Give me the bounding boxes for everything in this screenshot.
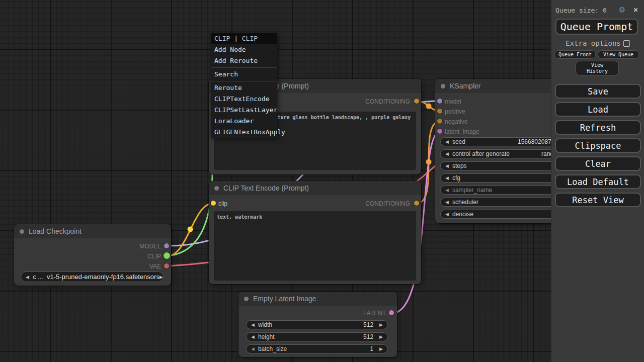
output-slot-model[interactable]: [164, 243, 169, 248]
decrement-arrow-icon[interactable]: ◀: [445, 151, 449, 156]
decrement-arrow-icon[interactable]: ◀: [445, 212, 449, 217]
decrement-arrow-icon[interactable]: ◀: [445, 139, 449, 144]
link-midpoint-dot[interactable]: [188, 227, 193, 232]
view-history-line1: View: [591, 62, 603, 68]
menu-item-search[interactable]: Search: [211, 69, 277, 80]
prompt-text-area[interactable]: text, watermark: [214, 211, 416, 281]
sidebar-button-stack: Save Load Refresh Clipspace Clear Load D…: [555, 84, 641, 211]
node-load-checkpoint[interactable]: Load Checkpoint MODEL CLIP VAE ◀ c ... v…: [14, 224, 171, 286]
settings-gear-icon[interactable]: ⚙: [619, 4, 625, 15]
collapse-dot-icon[interactable]: [20, 229, 24, 234]
decrement-arrow-icon[interactable]: ◀: [445, 163, 449, 168]
widget-height[interactable]: ◀ height 512 ▶: [246, 332, 388, 341]
view-queue-button[interactable]: View Queue: [598, 50, 639, 59]
node-title-bar[interactable]: Empty Latent Image: [238, 292, 397, 306]
menu-item-cliptextencode[interactable]: CLIPTextEncode: [211, 94, 277, 105]
output-label-vae: VAE: [149, 263, 161, 270]
decrement-arrow-icon[interactable]: ◀: [445, 200, 449, 205]
menu-item-add-reroute[interactable]: Add Reroute: [211, 55, 277, 66]
clear-button[interactable]: Clear: [555, 156, 641, 171]
extra-options-label: Extra options: [566, 39, 621, 47]
output-label-conditioning: CONDITIONING: [365, 98, 410, 105]
widget-label: seed: [452, 138, 465, 145]
output-slot-conditioning[interactable]: [414, 99, 419, 104]
widget-label: batch_size: [258, 345, 287, 352]
reset-view-button[interactable]: Reset View: [555, 193, 641, 207]
output-slot-vae[interactable]: [164, 263, 169, 268]
input-label-clip: clip: [218, 200, 227, 207]
collapse-dot-icon[interactable]: [244, 297, 249, 301]
menu-separator: [211, 81, 277, 81]
widget-label: cfg: [452, 174, 460, 182]
menu-item-gligentextboxapply[interactable]: GLIGENTextBoxApply: [211, 127, 277, 138]
input-label-negative: negative: [445, 118, 467, 125]
widget-label: steps: [452, 162, 467, 169]
node-title: Empty Latent Image: [253, 295, 316, 303]
load-button[interactable]: Load: [555, 102, 641, 117]
extra-options-checkbox[interactable]: [623, 40, 630, 47]
widget-value: 512: [363, 321, 373, 328]
widget-value: 512: [363, 333, 373, 340]
menu-item-add-node[interactable]: Add Node: [211, 44, 277, 55]
queue-prompt-button[interactable]: Queue Prompt: [555, 19, 638, 35]
node-empty-latent-image[interactable]: Empty Latent Image LATENT ◀ width 512 ▶ …: [238, 292, 397, 357]
output-slot-clip[interactable]: [164, 252, 170, 259]
save-button[interactable]: Save: [555, 84, 641, 99]
load-default-button[interactable]: Load Default: [555, 174, 641, 189]
widget-value: 1: [370, 345, 373, 352]
menu-item-loraloader[interactable]: LoraLoader: [211, 116, 277, 127]
widget-label: c ...: [33, 273, 43, 281]
node-title-bar[interactable]: CLIP Text Encode (Prompt): [209, 181, 421, 195]
context-menu: CLIP | CLIP Add Node Add Reroute Search …: [211, 33, 277, 138]
input-slot-positive[interactable]: [437, 109, 442, 114]
input-slot-model[interactable]: [437, 99, 442, 104]
widget-label: width: [258, 321, 272, 328]
widget-width[interactable]: ◀ width 512 ▶: [246, 320, 388, 329]
widget-label: scheduler: [452, 199, 478, 206]
widget-label: sampler_name: [452, 187, 492, 194]
input-slot-clip[interactable]: [211, 201, 216, 206]
view-history-button[interactable]: View History: [576, 61, 619, 75]
menu-item-clipsetlastlayer[interactable]: CLIPSetLastLayer: [211, 105, 277, 116]
widget-value: 1566802087: [518, 138, 551, 145]
increment-arrow-icon[interactable]: ▶: [379, 322, 383, 327]
input-slot-negative[interactable]: [437, 119, 442, 124]
decrement-arrow-icon[interactable]: ◀: [445, 188, 449, 193]
node-clip-text-encode-2[interactable]: CLIP Text Encode (Prompt) clip CONDITION…: [209, 181, 421, 284]
decrement-arrow-icon[interactable]: ◀: [251, 322, 255, 327]
prev-option-arrow-icon[interactable]: ◀: [26, 275, 29, 280]
extra-options-row: Extra options: [551, 39, 644, 47]
widget-batch-size[interactable]: ◀ batch_size 1 ▶: [246, 344, 388, 353]
context-menu-title: CLIP | CLIP: [211, 33, 277, 44]
close-icon[interactable]: ✕: [633, 5, 638, 14]
decrement-arrow-icon[interactable]: ◀: [445, 175, 449, 180]
output-slot-latent[interactable]: [389, 310, 394, 315]
output-slot-conditioning[interactable]: [414, 201, 419, 206]
input-label-positive: positive: [445, 108, 465, 115]
refresh-button[interactable]: Refresh: [555, 120, 641, 135]
input-slot-latent-image[interactable]: [437, 129, 442, 134]
menu-separator: [211, 67, 277, 68]
output-label-model: MODEL: [139, 243, 161, 250]
collapse-dot-icon[interactable]: [441, 84, 445, 88]
widget-label: height: [258, 333, 275, 340]
link-midpoint-dot[interactable]: [426, 104, 432, 109]
queue-front-button[interactable]: Queue Front: [554, 50, 596, 59]
output-label-latent: LATENT: [363, 310, 386, 317]
collapse-dot-icon[interactable]: [214, 186, 219, 191]
decrement-arrow-icon[interactable]: ◀: [251, 346, 255, 351]
node-graph-canvas[interactable]: CLIP Text Encode (Prompt) clip CONDITION…: [0, 0, 644, 362]
widget-label: control after generate: [452, 150, 510, 157]
node-title-bar[interactable]: Load Checkpoint: [14, 224, 171, 238]
next-option-arrow-icon[interactable]: ▶: [159, 275, 163, 280]
decrement-arrow-icon[interactable]: ◀: [251, 334, 255, 339]
widget-ckpt-name[interactable]: ◀ c ... v1-5-pruned-emaonly-fp16.safeten…: [21, 272, 164, 282]
output-label-clip: CLIP: [147, 253, 161, 260]
link-midpoint-dot[interactable]: [426, 159, 432, 165]
wire-clip-green-link: [168, 101, 213, 256]
increment-arrow-icon[interactable]: ▶: [379, 346, 383, 351]
increment-arrow-icon[interactable]: ▶: [379, 334, 383, 339]
menu-item-reroute[interactable]: Reroute: [211, 82, 277, 94]
output-label-conditioning: CONDITIONING: [365, 200, 410, 207]
clipspace-button[interactable]: Clipspace: [555, 138, 641, 153]
